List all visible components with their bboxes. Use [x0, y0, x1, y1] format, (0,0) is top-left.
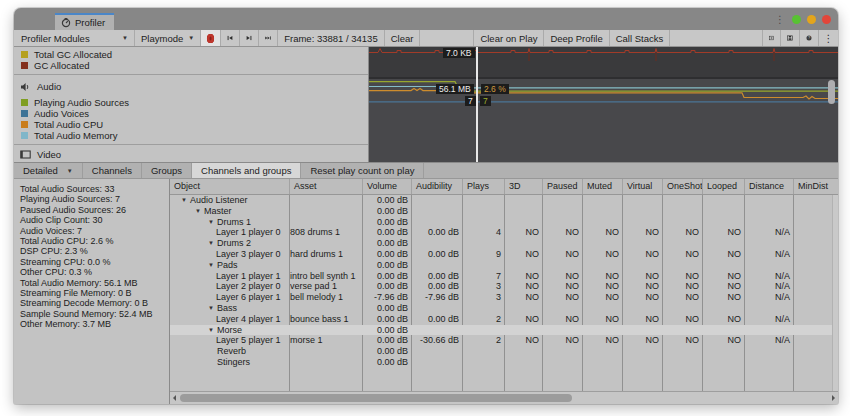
table-cell-d3	[505, 303, 543, 314]
table-row[interactable]: Layer 1 player 1intro bell synth 10.00 d…	[170, 271, 838, 282]
table-cell-object: ▼Audio Listener	[170, 195, 290, 206]
foldout-arrow-icon[interactable]: ▼	[208, 260, 214, 271]
table-cell-object: Stingers	[170, 357, 290, 368]
table-cell-asset	[290, 303, 363, 314]
kebab-menu-icon: ⋮	[824, 34, 834, 43]
record-button[interactable]	[201, 30, 221, 46]
table-cell-asset: bounce bass 1	[290, 314, 363, 325]
tab-profiler[interactable]: Profiler	[55, 13, 114, 30]
table-row[interactable]: ▼Master0.00 dB	[170, 206, 838, 217]
table-row[interactable]: ▼Drums 10.00 dB	[170, 217, 838, 228]
stats-line: Total Audio Memory: 56.1 MB	[20, 278, 169, 288]
scroll-right-arrow-icon[interactable]	[832, 395, 835, 401]
foldout-arrow-icon[interactable]: ▼	[195, 206, 201, 217]
horizontal-scrollbar-thumb[interactable]	[180, 394, 572, 402]
column-header-object[interactable]: Object	[170, 179, 290, 194]
save-profile-button[interactable]	[781, 30, 800, 46]
table-row[interactable]: Layer 1 player 0808 drums 10.00 dB0.00 d…	[170, 227, 838, 238]
column-header-muted[interactable]: Muted	[583, 179, 623, 194]
column-header-volume[interactable]: Volume	[363, 179, 412, 194]
table-cell-muted	[583, 238, 623, 249]
scroll-left-arrow-icon[interactable]	[173, 395, 176, 401]
column-header-3d[interactable]: 3D	[505, 179, 543, 194]
table-cell-asset: intro bell synth 1	[290, 271, 363, 282]
table-row[interactable]: Layer 3 player 0hard drums 10.00 dB0.00 …	[170, 249, 838, 260]
table-cell-object: Layer 3 player 0	[170, 249, 290, 260]
foldout-arrow-icon[interactable]: ▼	[208, 238, 214, 249]
table-cell-plays: 9	[463, 249, 505, 260]
context-menu-button[interactable]: ⋮	[819, 30, 838, 46]
table-cell-audibility	[412, 303, 463, 314]
column-header-plays[interactable]: Plays	[463, 179, 505, 194]
legend-item-audio-voices[interactable]: Audio Voices	[14, 108, 368, 119]
table-cell-distance: N/A	[745, 335, 794, 346]
current-frame-button[interactable]	[259, 30, 278, 46]
legend-item-playing-audio-sources[interactable]: Playing Audio Sources	[14, 97, 368, 108]
table-row[interactable]: ▼Morse0.00 dB	[170, 325, 838, 336]
column-header-virtual[interactable]: Virtual	[623, 179, 663, 194]
prev-frame-button[interactable]	[221, 30, 240, 46]
column-header-mindist[interactable]: MinDist	[794, 179, 838, 194]
call-stacks-toggle[interactable]: Call Stacks	[610, 30, 671, 46]
profiler-modules-dropdown[interactable]: Profiler Modules▼	[14, 30, 135, 46]
video-module-header[interactable]: Video	[14, 147, 368, 162]
column-header-oneshot[interactable]: OneShot	[663, 179, 703, 194]
foldout-arrow-icon[interactable]: ▼	[208, 217, 214, 228]
clear-button[interactable]: Clear	[385, 30, 421, 46]
table-cell-muted: NO	[583, 271, 623, 282]
table-cell-distance: N/A	[745, 281, 794, 292]
window-dot-green[interactable]	[792, 15, 801, 24]
legend-item-total-gc-allocated[interactable]: Total GC Allocated	[14, 49, 368, 60]
column-header-asset[interactable]: Asset	[290, 179, 363, 194]
table-row[interactable]: Stingers0.00 dB	[170, 357, 838, 368]
legend-item-gc-allocated[interactable]: GC Allocated	[14, 60, 368, 71]
table-horizontal-scrollbar[interactable]	[170, 391, 838, 404]
window-dot-red[interactable]	[822, 15, 831, 24]
load-profile-button[interactable]	[762, 30, 781, 46]
tab-groups[interactable]: Groups	[142, 163, 192, 178]
deep-profile-toggle[interactable]: Deep Profile	[544, 30, 609, 46]
window-menu-icon[interactable]: ⋮	[775, 15, 785, 24]
table-cell-volume: 0.00 dB	[363, 195, 412, 206]
profiler-chart-area[interactable]: 7.0 KB 56.1 MB 2.6 % 7 7	[369, 47, 838, 162]
audio-module-header[interactable]: Audio	[14, 79, 368, 94]
table-row[interactable]: ▼Pads0.00 dB	[170, 260, 838, 271]
tab-detailed[interactable]: Detailed▼	[14, 163, 83, 178]
table-row[interactable]: ▼Audio Listener0.00 dB	[170, 195, 838, 206]
foldout-arrow-icon[interactable]: ▼	[208, 325, 214, 336]
table-row[interactable]: ▼Drums 20.00 dB	[170, 238, 838, 249]
tab-reset-play-count-on-play[interactable]: Reset play count on play	[301, 163, 424, 178]
help-button[interactable]: ?	[800, 30, 819, 46]
legend-item-total-audio-memory[interactable]: Total Audio Memory	[14, 130, 368, 141]
table-row[interactable]: ▼Bass0.00 dB	[170, 303, 838, 314]
window-dot-yellow[interactable]	[807, 15, 816, 24]
chevron-down-icon: ▼	[122, 35, 128, 41]
clear-on-play-toggle[interactable]: Clear on Play	[473, 30, 544, 46]
skip-last-icon	[265, 34, 271, 42]
column-header-looped[interactable]: Looped	[703, 179, 745, 194]
table-row[interactable]: Layer 5 player 1morse 10.00 dB-30.66 dB2…	[170, 335, 838, 346]
table-cell-distance	[745, 325, 794, 336]
table-cell-volume: -7.96 dB	[363, 292, 412, 303]
table-row[interactable]: Layer 6 player 1bell melody 1-7.96 dB-7.…	[170, 292, 838, 303]
column-header-audibility[interactable]: Audibility	[412, 179, 463, 194]
legend-label: Total Audio Memory	[34, 130, 117, 141]
chart-scrollbar-thumb[interactable]	[828, 80, 835, 104]
window-control-dots[interactable]	[792, 15, 831, 24]
next-frame-button[interactable]	[240, 30, 259, 46]
table-row[interactable]: Layer 4 player 1bounce bass 10.00 dB0.00…	[170, 314, 838, 325]
svg-text:?: ?	[808, 36, 810, 40]
legend-item-total-audio-cpu[interactable]: Total Audio CPU	[14, 119, 368, 130]
column-header-paused[interactable]: Paused	[543, 179, 583, 194]
tab-channels-and-groups[interactable]: Channels and groups	[192, 163, 301, 178]
playhead-line[interactable]	[476, 47, 478, 162]
video-module-section: Video	[14, 144, 368, 162]
foldout-arrow-icon[interactable]: ▼	[181, 195, 187, 206]
table-row[interactable]: Reverb0.00 dB	[170, 346, 838, 357]
table-vertical-scrollbar-gutter[interactable]	[832, 195, 838, 391]
column-header-distance[interactable]: Distance	[745, 179, 794, 194]
table-row[interactable]: Layer 2 player 0verse pad 10.00 dB0.00 d…	[170, 281, 838, 292]
foldout-arrow-icon[interactable]: ▼	[208, 303, 214, 314]
tab-channels[interactable]: Channels	[83, 163, 142, 178]
playmode-dropdown[interactable]: Playmode▼	[135, 30, 201, 46]
